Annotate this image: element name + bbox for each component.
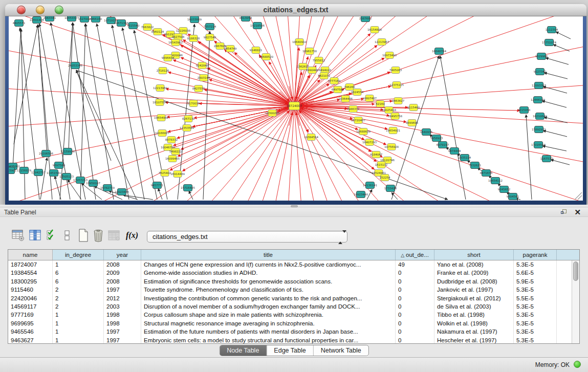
scrollbar-thumb[interactable]	[573, 261, 578, 281]
network-node[interactable]: 9304561	[507, 193, 519, 200]
network-node[interactable]: 12444189	[531, 97, 545, 103]
network-node[interactable]: 6466160	[90, 16, 102, 23]
network-node[interactable]: 8960124	[151, 29, 164, 35]
network-node[interactable]: 7515540	[127, 23, 140, 29]
clear-selection-icon[interactable]	[60, 228, 74, 243]
network-node[interactable]: 22691406	[30, 17, 44, 24]
network-node[interactable]: 9115460	[407, 104, 420, 111]
memory-status-indicator[interactable]	[574, 361, 581, 368]
network-node[interactable]: 10653327	[64, 16, 79, 21]
column-header-in_degree[interactable]: in_degree	[53, 250, 104, 260]
network-node[interactable]: 7632621	[469, 162, 482, 169]
network-node[interactable]: 7955812	[313, 57, 325, 64]
table-row[interactable]: 946554611997Estimation of the future num…	[8, 327, 572, 336]
network-node[interactable]: 16210649	[533, 113, 547, 120]
column-header-short[interactable]: short	[434, 250, 514, 260]
network-node[interactable]: 12156829	[17, 167, 31, 174]
network-canvas[interactable]: 4405571226914062063341106533271527002646…	[9, 16, 583, 201]
splitter-grip-icon[interactable]	[291, 205, 298, 207]
network-node[interactable]: 9245652	[498, 186, 511, 193]
network-node[interactable]: 9474444	[448, 148, 461, 155]
column-header-out_de[interactable]: △out_de...	[396, 250, 434, 260]
network-node[interactable]: 10973493	[382, 52, 397, 59]
network-node[interactable]: 252254	[380, 174, 390, 181]
network-node[interactable]: 16961758	[302, 48, 317, 55]
network-node[interactable]: 12093387	[532, 82, 546, 89]
network-node[interactable]: 19166827	[155, 130, 169, 137]
network-node[interactable]: 17016504	[531, 142, 546, 148]
network-node[interactable]: 18495758	[388, 113, 402, 120]
network-node[interactable]: 10756928	[384, 144, 399, 150]
network-node[interactable]: 9899695	[406, 120, 419, 126]
network-node[interactable]: 12375115	[389, 82, 404, 89]
network-node[interactable]: 18724007	[287, 102, 302, 110]
network-node[interactable]: 14136141	[363, 182, 377, 189]
network-node[interactable]: 19654921	[386, 127, 400, 134]
network-node[interactable]: 16154808	[367, 27, 382, 33]
network-node[interactable]: 9215958	[518, 107, 531, 114]
network-node[interactable]: 19654982	[154, 115, 168, 121]
network-node[interactable]: 10688639	[356, 128, 371, 135]
table-row[interactable]: 1830029562008Estimation of significance …	[8, 277, 572, 286]
network-node[interactable]: 2063341	[43, 16, 56, 21]
network-node[interactable]: 9329966	[535, 53, 548, 60]
network-node[interactable]: 19958107	[86, 180, 100, 187]
table-selector-dropdown[interactable]: citations_edges.txt	[147, 231, 347, 243]
table-row[interactable]: 977716911998Corpus callosum shape and si…	[8, 311, 572, 319]
network-node[interactable]: 9463627	[392, 98, 405, 104]
network-node[interactable]: 2718126	[157, 68, 169, 74]
network-node[interactable]: 19384554	[304, 134, 318, 141]
network-node[interactable]: 19218506	[250, 23, 265, 29]
table-settings-icon[interactable]	[11, 228, 26, 243]
network-node[interactable]: 16648784	[432, 48, 446, 55]
network-node[interactable]: 15688520	[259, 54, 273, 60]
import-table-icon[interactable]	[107, 228, 121, 243]
table-row[interactable]: 946362711997Embryonic stem cells: a mode…	[8, 336, 572, 343]
column-header-pagerank[interactable]: pagerank	[514, 250, 557, 260]
citation-network-graph[interactable]: 4405571226914062063341106533271527002646…	[9, 16, 583, 201]
close-panel-icon[interactable]: ✕	[574, 208, 581, 216]
network-node[interactable]: 1640935	[420, 129, 433, 136]
network-node[interactable]: 9457771	[151, 182, 164, 189]
network-node[interactable]: 1733426	[384, 185, 397, 192]
column-header-year[interactable]: year	[104, 250, 141, 260]
network-node[interactable]: 8813054	[239, 16, 252, 21]
table-row[interactable]: 1938455462009Genome-wide association stu…	[8, 269, 572, 277]
network-node[interactable]: 10807487	[362, 95, 377, 102]
network-node[interactable]: 11451541	[47, 170, 61, 177]
new-table-icon[interactable]	[76, 228, 91, 243]
network-node[interactable]: 62160	[376, 101, 385, 107]
network-node[interactable]: 12353594	[180, 125, 194, 132]
delete-table-icon[interactable]	[91, 228, 105, 243]
network-node[interactable]: 12226038	[176, 28, 190, 34]
network-node[interactable]: 16033809	[187, 16, 202, 23]
network-node[interactable]: 18107554	[153, 99, 167, 106]
network-node[interactable]: 1170019	[187, 100, 200, 107]
network-node[interactable]: 2935114	[459, 155, 471, 161]
network-node[interactable]: 10654112	[488, 178, 503, 184]
network-node[interactable]: 9227342	[534, 69, 547, 75]
network-node[interactable]: 5958923	[430, 135, 443, 142]
function-builder-icon[interactable]: f(x)	[125, 228, 139, 243]
network-node[interactable]: 8878332	[165, 137, 178, 143]
network-node[interactable]: 7663822	[141, 24, 154, 31]
network-node[interactable]: 26053346	[68, 62, 82, 69]
network-node[interactable]: 9146821	[250, 47, 263, 54]
network-node[interactable]: 1527002	[78, 16, 91, 23]
table-row[interactable]: 1456911722003Disruption of a novel membe…	[8, 302, 572, 311]
table-vertical-scrollbar[interactable]	[572, 260, 579, 343]
column-header-title[interactable]: title	[141, 250, 396, 260]
float-panel-icon[interactable]	[561, 209, 568, 215]
tab-network-table[interactable]: Network Table	[313, 345, 368, 356]
table-row[interactable]: 969969511998Structural magnetic resonanc…	[8, 319, 572, 327]
table-row[interactable]: 1872400712008Changes of HCN gene express…	[8, 260, 572, 269]
network-node[interactable]: 18640910	[292, 39, 307, 46]
network-node[interactable]: 12213969	[153, 85, 167, 92]
network-node[interactable]: 15720407	[351, 117, 365, 124]
network-node[interactable]: 2087682	[359, 16, 372, 22]
network-node[interactable]: 8427552	[192, 85, 205, 92]
network-node[interactable]: 7357214	[204, 24, 216, 30]
tab-edge-table[interactable]: Edge Table	[266, 345, 313, 356]
network-node[interactable]: 9397588	[53, 162, 66, 169]
network-node[interactable]: 12942757	[31, 169, 46, 176]
